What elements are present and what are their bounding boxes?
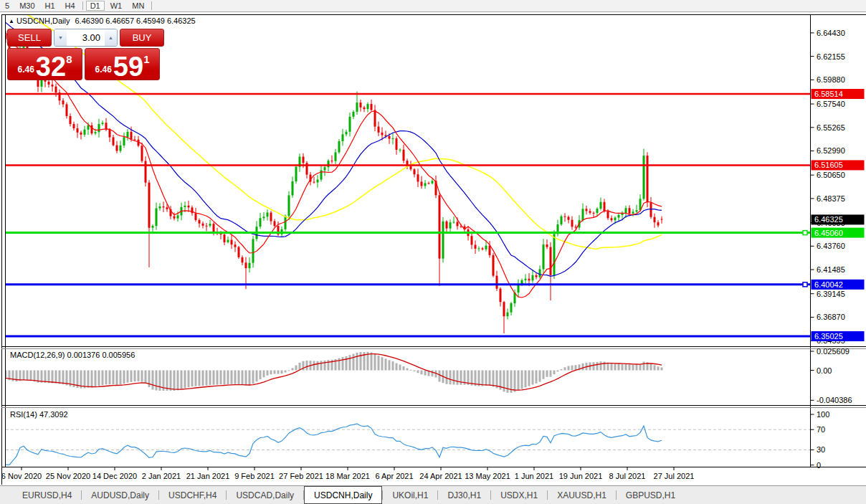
volume-decrease-button[interactable]: ▼: [54, 29, 67, 46]
svg-text:6.36870: 6.36870: [817, 313, 845, 321]
tab-usdx-h1[interactable]: USDX,H1: [491, 486, 547, 504]
timeframe-m30[interactable]: M30: [15, 1, 39, 11]
triangle-down-icon: ▼: [58, 35, 63, 40]
tab-ukoil-h1[interactable]: UKOil,H1: [383, 486, 437, 504]
svg-text:24 Apr 2021: 24 Apr 2021: [419, 472, 462, 480]
svg-text:6.52990: 6.52990: [817, 146, 845, 155]
svg-text:6.55265: 6.55265: [817, 123, 845, 132]
timeframe-h1[interactable]: H1: [41, 1, 60, 11]
svg-text:6 Nov 2020: 6 Nov 2020: [1, 472, 42, 480]
sell-button[interactable]: SELL: [7, 29, 52, 47]
ohlc-values: 6.46390 6.46657 6.45949 6.46325: [75, 16, 195, 25]
svg-text:6.51605: 6.51605: [814, 161, 843, 169]
volume-increase-button[interactable]: ▲: [105, 29, 117, 46]
current-price-tag: 6.46325: [812, 214, 865, 224]
tab-eurusd-h4[interactable]: EURUSD,H4: [13, 486, 81, 504]
svg-text:13 May 2021: 13 May 2021: [465, 472, 510, 480]
svg-text:-0.040386: -0.040386: [817, 396, 852, 404]
timeframe-mn[interactable]: MN: [128, 1, 148, 11]
svg-text:6.39145: 6.39145: [817, 290, 845, 298]
svg-text:0: 0: [817, 461, 821, 470]
svg-text:8 Jul 2021: 8 Jul 2021: [609, 472, 646, 480]
tab-audusd-daily[interactable]: AUDUSD,Daily: [82, 486, 158, 504]
timeframe-toolbar: 5M30H1H4D1W1MN: [0, 0, 866, 12]
svg-text:0.025609: 0.025609: [817, 347, 850, 356]
sell-price-prefix: 6.46: [18, 65, 34, 75]
svg-text:2 Jan 2021: 2 Jan 2021: [142, 472, 181, 480]
chart-title-bar: ▲USDCNH,Daily6.46390 6.46657 6.45949 6.4…: [9, 16, 196, 25]
svg-text:6.50650: 6.50650: [817, 171, 845, 179]
svg-text:0.00: 0.00: [817, 366, 832, 375]
svg-text:6.40042: 6.40042: [814, 280, 843, 289]
svg-text:21 Jan 2021: 21 Jan 2021: [186, 472, 230, 480]
buy-price-sup: 1: [143, 53, 149, 65]
timeframe-5[interactable]: 5: [1, 1, 14, 11]
svg-text:1 Jun 2021: 1 Jun 2021: [515, 472, 553, 480]
date-axis[interactable]: 6 Nov 202025 Nov 202014 Dec 20202 Jan 20…: [1, 467, 695, 481]
svg-text:14 Dec 2020: 14 Dec 2020: [92, 472, 137, 480]
svg-text:27 Feb 2021: 27 Feb 2021: [279, 472, 323, 480]
svg-text:6.64430: 6.64430: [817, 29, 845, 37]
svg-text:9 Feb 2021: 9 Feb 2021: [234, 472, 275, 480]
hline-price-tag: 6.58514: [812, 89, 865, 99]
rsi-levels: [6, 429, 810, 450]
buy-price-display[interactable]: 6.46 59 1: [85, 48, 160, 80]
one-click-trading-panel: SELL ▼ ▲ BUY 6.46 32 8 6.46 59 1: [7, 29, 164, 80]
chart-frame: [1, 14, 866, 485]
svg-text:30: 30: [817, 445, 825, 454]
svg-text:6.57540: 6.57540: [817, 100, 845, 108]
svg-text:6.62155: 6.62155: [817, 52, 845, 61]
svg-text:6.58514: 6.58514: [814, 90, 843, 98]
buy-price-prefix: 6.46: [95, 65, 112, 75]
macd-signal-line: [6, 354, 662, 390]
volume-input[interactable]: [67, 29, 105, 46]
chart-tabs: EURUSD,H4AUDUSD,DailyUSDCHF,H4USDCAD,Dai…: [0, 485, 866, 504]
svg-text:6.59880: 6.59880: [817, 75, 845, 84]
hline-price-tag: 6.40042: [812, 280, 865, 290]
collapse-icon[interactable]: ▲: [9, 18, 14, 24]
tab-gbpusd-h1[interactable]: GBPUSD,H1: [617, 486, 685, 504]
svg-text:6.46325: 6.46325: [814, 215, 843, 224]
hline-price-tag: 6.45060: [812, 228, 865, 238]
svg-text:100: 100: [817, 410, 829, 419]
triangle-up-icon: ▲: [108, 35, 113, 40]
tab-xauusd-h1[interactable]: XAUUSD,H1: [548, 486, 616, 504]
hline-price-tag: 6.35025: [812, 331, 865, 341]
sell-price-sup: 8: [66, 53, 72, 65]
macd-indicator-label: MACD(12,26,9) 0.001376 0.005956: [10, 351, 135, 359]
timeframe-d1[interactable]: D1: [86, 1, 105, 11]
svg-text:6 Apr 2021: 6 Apr 2021: [375, 472, 413, 480]
symbol-period-label: USDCNH,Daily: [16, 16, 70, 25]
hline-price-tag: 6.51605: [812, 160, 865, 170]
toolbar-separator: [82, 1, 83, 10]
svg-text:18 Mar 2021: 18 Mar 2021: [325, 472, 370, 480]
svg-text:6.48375: 6.48375: [817, 194, 845, 203]
timeframe-h4[interactable]: H4: [61, 1, 80, 11]
buy-price-big: 59: [113, 54, 143, 79]
svg-text:70: 70: [817, 425, 825, 434]
tab-usdcad-daily[interactable]: USDCAD,Daily: [227, 486, 303, 504]
sell-price-big: 32: [36, 54, 66, 79]
tab-usdchf-h4[interactable]: USDCHF,H4: [159, 486, 226, 504]
svg-text:27 Jul 2021: 27 Jul 2021: [654, 472, 695, 480]
svg-text:19 Jun 2021: 19 Jun 2021: [559, 472, 603, 480]
sell-price-display[interactable]: 6.46 32 8: [7, 48, 82, 80]
svg-text:6.45060: 6.45060: [814, 229, 843, 237]
toolbar-separator: [151, 1, 152, 10]
svg-text:6.35025: 6.35025: [814, 332, 843, 341]
buy-button[interactable]: BUY: [120, 29, 164, 47]
svg-text:6.41485: 6.41485: [817, 265, 845, 274]
svg-text:6.43760: 6.43760: [817, 242, 845, 250]
tab-dj30-h1[interactable]: DJ30,H1: [438, 486, 490, 504]
volume-stepper: ▼ ▲: [54, 29, 118, 47]
svg-text:25 Nov 2020: 25 Nov 2020: [46, 472, 90, 480]
rsi-indicator-label: RSI(14) 47.3092: [10, 410, 68, 419]
horizontal-line-objects[interactable]: [6, 94, 810, 336]
tab-usdcnh-daily[interactable]: USDCNH,Daily: [304, 486, 382, 504]
timeframe-w1[interactable]: W1: [106, 1, 127, 11]
